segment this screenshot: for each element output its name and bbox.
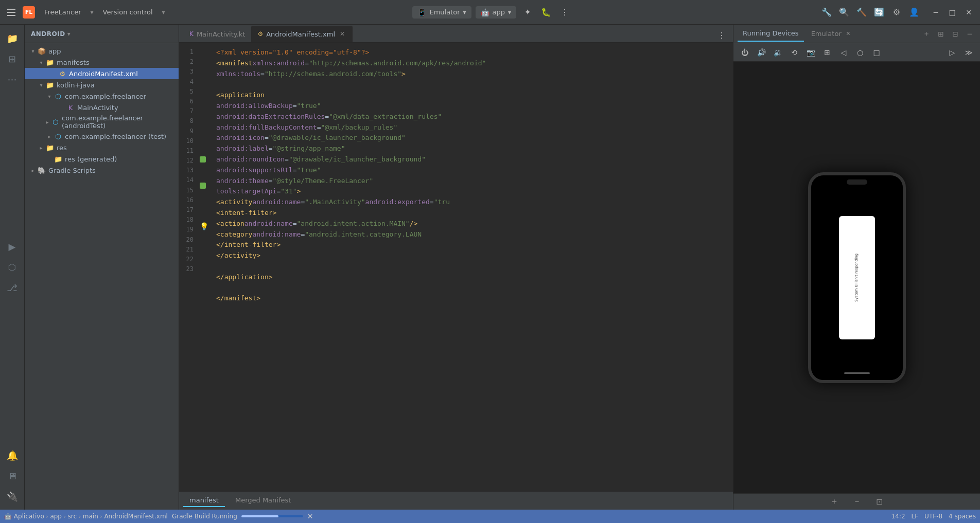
version-control-menu[interactable]: Version control	[98, 6, 158, 18]
tab-mainactivity[interactable]: K MainActivity.kt	[183, 26, 251, 42]
tools-icon[interactable]: 🔧	[819, 5, 834, 20]
recents-btn[interactable]: □	[869, 45, 884, 60]
title-center: 📱 Emulator ▾ 🤖 app ▾ ✦ 🐛 ⋮	[165, 5, 819, 20]
code-content[interactable]: <?xml version="1.0" encoding="utf-8"?> <…	[212, 43, 733, 491]
gutter: 💡	[200, 43, 212, 491]
running-devices-label: Running Devices	[743, 29, 799, 37]
build-icon[interactable]: 🔨	[854, 5, 869, 20]
tab-manifest[interactable]: manifest	[183, 494, 225, 507]
panel-minimize-btn[interactable]: ─	[964, 28, 976, 40]
gradle-cancel-btn[interactable]: ✕	[307, 512, 313, 520]
line-6: android:allowBackup="true"	[216, 101, 733, 112]
tree-item-mainactivity[interactable]: ▸ K MainActivity	[25, 102, 179, 113]
line-3: xmlns:tools="http://schemas.android.com/…	[216, 69, 733, 80]
tree-item-androidmanifest[interactable]: ▸ ⚙ AndroidManifest.xml	[25, 68, 179, 79]
right-panel: Running Devices Emulator ✕ ＋ ⊞ ⊟ ─ ⏻ 🔊 🔉…	[733, 25, 980, 510]
arrow-test: ▸	[45, 132, 54, 140]
line-24: </manifest>	[216, 293, 733, 304]
tree-item-manifests[interactable]: ▾ 📁 manifests	[25, 57, 179, 68]
gutter-green-9	[200, 156, 206, 163]
line-9: android:icon="@drawable/ic_launcher_back…	[216, 133, 733, 143]
emulator-close[interactable]: ✕	[845, 30, 852, 38]
power-btn[interactable]: ⏻	[738, 45, 752, 60]
kt-icon: K	[189, 30, 194, 38]
right-panel-tabs: Running Devices Emulator ✕ ＋ ⊞ ⊟ ─	[733, 25, 980, 43]
tree-item-package[interactable]: ▾ ⬡ com.example.freelancer	[25, 91, 179, 102]
tab-androidmanifest[interactable]: ⚙ AndroidManifest.xml ✕	[251, 26, 353, 42]
kotlin-icon: K	[66, 103, 75, 112]
git-icon[interactable]: ⎇	[3, 279, 22, 297]
app-logo: FL	[23, 6, 35, 19]
account-icon[interactable]: 👤	[907, 5, 921, 20]
settings-icon[interactable]: ⚙	[889, 5, 904, 20]
tree-item-kotlin[interactable]: ▾ 📁 kotlin+java	[25, 79, 179, 91]
gradle-progress-bar	[241, 515, 303, 517]
terminal-icon[interactable]: 🖥	[3, 466, 22, 485]
tab-close-androidmanifest[interactable]: ✕	[338, 30, 346, 38]
sidebar-header: Android ▾	[25, 25, 179, 43]
line-ending: LF	[912, 513, 919, 520]
label-androidtest: com.example.freelancer (androidTest)	[62, 114, 179, 130]
sync-icon[interactable]: 🔄	[872, 5, 886, 20]
cast-btn[interactable]: ▷	[945, 45, 959, 60]
search-icon[interactable]: 🔍	[837, 5, 851, 20]
maximize-button[interactable]: □	[945, 5, 959, 20]
emulator-tab[interactable]: Emulator ✕	[806, 26, 857, 42]
line-4	[216, 79, 733, 90]
plugins-icon[interactable]: 🔌	[3, 487, 22, 506]
title-bar-left: FL FreeLancer ▾ Version control ▾	[4, 5, 165, 20]
add-device-btn[interactable]: ＋	[920, 28, 933, 40]
back-btn[interactable]: ◁	[836, 45, 851, 60]
line-18: <category android:name="android.intent.c…	[216, 229, 733, 240]
minimize-button[interactable]: ─	[929, 5, 943, 20]
zoom-out-btn[interactable]: －	[851, 496, 863, 508]
debug-side-icon[interactable]: ⬡	[3, 258, 22, 277]
close-button[interactable]: ✕	[961, 5, 976, 20]
rotate-btn[interactable]: ⟲	[787, 45, 801, 60]
structure-icon[interactable]: ⊞	[3, 49, 22, 68]
run-icon[interactable]: ▶	[3, 238, 22, 256]
tree-item-res[interactable]: ▸ 📁 res	[25, 142, 179, 153]
project-icon[interactable]: 📁	[3, 29, 22, 47]
running-devices-tab[interactable]: Running Devices	[738, 26, 804, 42]
code-view[interactable]: 1 2 3 4 5 6 7 8 9 10 11 12 13 14 15 16 1…	[179, 43, 733, 491]
label-androidmanifest: AndroidManifest.xml	[69, 70, 138, 78]
notifications-icon[interactable]: 🔔	[3, 446, 22, 464]
package-icon-test: ⬡	[51, 117, 60, 127]
fit-screen-btn[interactable]: ⊡	[873, 496, 886, 508]
screenshot-btn[interactable]: 📷	[803, 45, 818, 60]
arrow-gradle: ▸	[29, 166, 37, 174]
more-button[interactable]: ⋮	[557, 5, 572, 20]
app-name-menu[interactable]: FreeLancer	[39, 6, 86, 18]
app-name-arrow: ▾	[91, 9, 94, 16]
volume-up-btn[interactable]: 🔊	[754, 45, 768, 60]
zoom-in-toolbar-btn[interactable]: ⊞	[820, 45, 834, 60]
emulator-selector[interactable]: 📱 Emulator ▾	[412, 6, 471, 19]
editor-more-btn[interactable]: ⋮	[714, 28, 729, 42]
debug-button[interactable]: 🐛	[539, 5, 553, 20]
hamburger-button[interactable]	[4, 5, 19, 20]
file-tree[interactable]: ▾ 📦 app ▾ 📁 manifests ▸ ⚙ AndroidManifes…	[25, 43, 179, 510]
tree-item-androidtest[interactable]: ▸ ⬡ com.example.freelancer (androidTest)	[25, 113, 179, 131]
tree-item-test[interactable]: ▸ ⬡ com.example.freelancer (test)	[25, 131, 179, 142]
line-10: android:label="@string/app_name"	[216, 143, 733, 154]
more-device-btn[interactable]: ≫	[961, 45, 976, 60]
run-button[interactable]: ✦	[520, 5, 535, 20]
home-btn[interactable]: ○	[853, 45, 867, 60]
panel-layout-btn[interactable]: ⊞	[935, 28, 947, 40]
tree-item-gradle[interactable]: ▸ 🐘 Gradle Scripts	[25, 165, 179, 176]
tree-item-res-gen[interactable]: ▸ 📁 res (generated)	[25, 153, 179, 165]
tree-item-app[interactable]: ▾ 📦 app	[25, 45, 179, 57]
label-manifests: manifests	[57, 59, 90, 66]
gradle-icon: 🐘	[37, 166, 46, 175]
panel-split-btn[interactable]: ⊟	[949, 28, 961, 40]
tab-merged[interactable]: Merged Manifest	[229, 494, 297, 507]
label-mainactivity: MainActivity	[77, 104, 118, 112]
bookmarks-icon[interactable]: ⋯	[3, 70, 22, 88]
app-selector[interactable]: 🤖 app ▾	[476, 6, 517, 19]
arrow-androidtest: ▸	[44, 118, 51, 126]
gutter-bulb-14: 💡	[200, 222, 206, 228]
zoom-in-btn[interactable]: ＋	[828, 496, 841, 508]
window-controls: ─ □ ✕	[929, 5, 976, 20]
volume-down-btn[interactable]: 🔉	[771, 45, 785, 60]
